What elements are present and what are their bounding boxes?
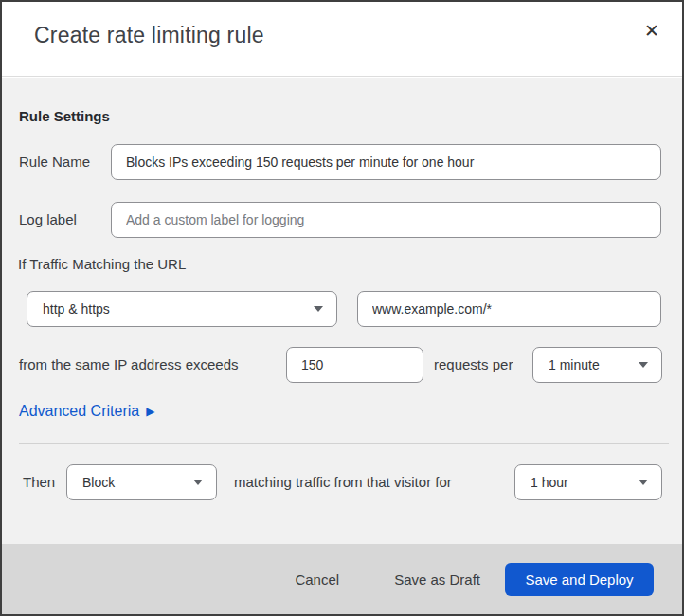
save-as-draft-button[interactable]: Save as Draft: [385, 564, 490, 595]
requests-per-text: requests per: [434, 356, 513, 372]
rule-settings-heading: Rule Settings: [19, 108, 110, 124]
advanced-criteria-link[interactable]: Advanced Criteria ▶: [19, 403, 154, 420]
scheme-select-value: http & https: [43, 301, 110, 317]
rule-name-input[interactable]: [111, 144, 661, 180]
arrow-right-icon: ▶: [146, 406, 154, 417]
rule-name-label: Rule Name: [19, 154, 90, 170]
modal-title: Create rate limiting rule: [34, 23, 264, 48]
then-text: Then: [23, 474, 55, 490]
rate-limit-modal: Create rate limiting rule ✕ Rule Setting…: [0, 0, 684, 616]
traffic-match-intro: If Traffic Matching the URL: [18, 256, 186, 272]
matching-traffic-text: matching traffic from that visitor for: [234, 474, 452, 490]
log-label-input[interactable]: [111, 202, 661, 238]
modal-footer: Cancel Save as Draft Save and Deploy: [2, 544, 682, 614]
duration-select-value: 1 hour: [531, 475, 568, 490]
period-select[interactable]: 1 minute: [532, 347, 662, 383]
cancel-button[interactable]: Cancel: [285, 564, 349, 595]
requests-count-input[interactable]: [286, 347, 423, 383]
section-divider: [19, 443, 669, 444]
chevron-down-icon: [639, 362, 648, 368]
close-icon[interactable]: ✕: [639, 17, 665, 44]
url-pattern-input[interactable]: [357, 291, 661, 327]
log-label-label: Log label: [19, 211, 77, 227]
duration-select[interactable]: 1 hour: [514, 464, 662, 500]
modal-body: Rule Settings Rule Name Log label If Tra…: [2, 78, 682, 544]
chevron-down-icon: [193, 480, 203, 485]
advanced-criteria-label: Advanced Criteria: [19, 403, 139, 420]
action-select-value: Block: [82, 475, 115, 490]
chevron-down-icon: [639, 480, 648, 485]
threshold-prefix-text: from the same IP address exceeds: [19, 356, 239, 372]
period-select-value: 1 minute: [549, 357, 600, 372]
chevron-down-icon: [314, 306, 323, 312]
save-and-deploy-button[interactable]: Save and Deploy: [505, 563, 654, 596]
scheme-select[interactable]: http & https: [27, 291, 337, 327]
action-select[interactable]: Block: [66, 464, 217, 500]
modal-header: Create rate limiting rule ✕: [2, 2, 682, 77]
